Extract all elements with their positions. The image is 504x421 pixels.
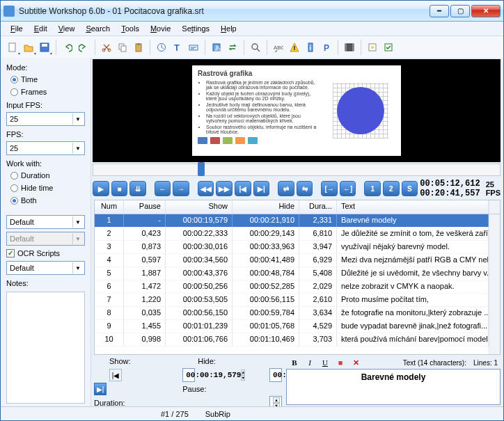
notes-textarea[interactable] <box>6 292 85 404</box>
open-button[interactable] <box>21 40 36 55</box>
swap-button[interactable] <box>225 40 240 55</box>
video-preview[interactable]: Rastrová grafika Rastrová grafika je jed… <box>93 59 501 162</box>
status-format: SubRip <box>203 410 233 418</box>
table-row[interactable]: 30,87300:00:30,01600:00:33,9633,947využí… <box>95 241 489 254</box>
cut-button[interactable] <box>99 40 114 55</box>
underline-button[interactable]: U <box>320 357 331 368</box>
table-row[interactable]: 100,99800:01:06,76600:01:10,4693,703kter… <box>95 333 489 347</box>
table-row[interactable]: 80,03500:00:56,15000:00:59,7843,634že fo… <box>95 307 489 320</box>
rewind-button[interactable]: ◀◀ <box>198 181 214 196</box>
bold-button[interactable]: B <box>289 357 300 368</box>
work-hide-radio[interactable]: Hide time <box>6 183 85 193</box>
save-button[interactable] <box>37 40 52 55</box>
spellcheck-button[interactable]: ABC <box>271 40 286 55</box>
chevron-down-icon: ▼ <box>72 216 83 228</box>
minimize-button[interactable]: ━ <box>430 5 449 17</box>
sync-next-button[interactable]: ⇆ <box>297 181 313 196</box>
undo-button[interactable] <box>60 40 75 55</box>
subtitle-text-input[interactable]: Barevné modely <box>286 369 501 405</box>
show-time-input[interactable]: 00:00:19,579▲▼ <box>182 368 195 382</box>
mark-out-button[interactable]: ←] <box>340 181 356 196</box>
input-fps-combo[interactable]: 25▼ <box>6 112 85 126</box>
jump-1-button[interactable]: 1 <box>364 181 381 196</box>
subtitle-grid: Num Pause Show Hide Dura... Text 1-00:00… <box>94 200 501 355</box>
mode-frames-radio[interactable]: Frames <box>6 87 85 97</box>
duration-label: Duration: <box>94 399 180 406</box>
scroll-toggle-button[interactable]: ⇊ <box>129 181 146 196</box>
mark-in-button[interactable]: [→ <box>321 181 338 196</box>
table-row[interactable]: 40,59700:00:34,56000:00:41,4896,929Mezi … <box>95 254 489 267</box>
ocr-scripts-checkbox[interactable]: OCR Scripts <box>6 248 85 258</box>
work-with-label: Work with: <box>6 159 85 168</box>
skip-back-button[interactable]: ← <box>155 181 171 196</box>
forward-button[interactable]: ▶▶ <box>216 181 233 196</box>
info-button[interactable]: i <box>303 40 318 55</box>
next-subtitle-button[interactable]: ▶| <box>94 383 107 395</box>
italic-button[interactable]: I <box>304 357 315 368</box>
maximize-button[interactable]: ▢ <box>450 5 470 17</box>
prev-subtitle-button[interactable]: |◀ <box>109 369 122 381</box>
text-button[interactable]: T <box>170 40 185 55</box>
mode-time-radio[interactable]: Time <box>6 74 85 84</box>
slide-title: Rastrová grafika <box>198 70 320 77</box>
jump-s-button[interactable]: S <box>402 181 418 196</box>
prev-sub-button[interactable]: |◀ <box>235 181 251 196</box>
skip-fwd-button[interactable]: → <box>173 181 189 196</box>
next-sub-button[interactable]: ▶| <box>253 181 270 196</box>
table-row[interactable]: 1-00:00:19,57900:00:21,9102,331Barevné m… <box>95 214 489 228</box>
table-row[interactable]: 61,47200:00:50,25600:00:52,2852,029nelze… <box>95 280 489 294</box>
menu-search[interactable]: Search <box>80 23 116 34</box>
pause-time-input[interactable]: ▲▼ <box>269 396 282 406</box>
menubar: File Edit View Search Tools Movie Settin… <box>1 22 503 35</box>
grid-body[interactable]: 1-00:00:19,57900:00:21,9102,331Barevné m… <box>95 214 489 354</box>
style-combo-1[interactable]: Default▼ <box>6 215 85 229</box>
video-scrubber[interactable] <box>93 164 501 176</box>
redo-button[interactable] <box>76 40 91 55</box>
sync-prev-button[interactable]: ⇄ <box>278 181 294 196</box>
work-both-radio[interactable]: Both <box>6 196 85 205</box>
movie-button[interactable] <box>342 40 357 55</box>
menu-tools[interactable]: Tools <box>116 23 145 34</box>
search-button[interactable] <box>248 40 263 55</box>
menu-view[interactable]: View <box>53 23 81 34</box>
grid-scrollbar[interactable] <box>489 214 500 354</box>
new-button[interactable] <box>5 40 20 55</box>
jump-2-button[interactable]: 2 <box>383 181 400 196</box>
col-num[interactable]: Num <box>95 200 124 214</box>
menu-help[interactable]: Help <box>215 23 242 34</box>
menu-movie[interactable]: Movie <box>145 23 176 34</box>
translate-button[interactable]: あ <box>209 40 224 55</box>
col-show[interactable]: Show <box>166 200 233 214</box>
pascal-button[interactable]: P <box>319 40 334 55</box>
remove-tags-button[interactable]: ✕ <box>350 357 361 368</box>
copy-button[interactable] <box>115 40 130 55</box>
col-hide[interactable]: Hide <box>233 200 299 214</box>
menu-file[interactable]: File <box>5 23 29 34</box>
settings-button[interactable] <box>365 40 380 55</box>
table-row[interactable]: 71,22000:00:53,50500:00:56,1152,610Proto… <box>95 294 489 307</box>
col-text[interactable]: Text <box>337 200 489 214</box>
hide-time-input[interactable]: 00:00:21,910▲▼ <box>269 368 282 382</box>
menu-settings[interactable]: Settings <box>176 23 215 34</box>
transport-bar: ▶ ■ ⇊ ← → ◀◀ ▶▶ |◀ ▶| ⇄ ⇆ [→ ←] 1 2 <box>93 179 501 198</box>
color-button[interactable]: ■ <box>335 357 346 368</box>
close-button[interactable]: ✕ <box>471 5 501 17</box>
paste-button[interactable] <box>131 40 146 55</box>
stop-button[interactable]: ■ <box>111 181 128 196</box>
play-button[interactable]: ▶ <box>93 181 109 196</box>
fps-combo[interactable]: 25▼ <box>6 141 85 155</box>
output-button[interactable] <box>381 40 396 55</box>
timing-button[interactable] <box>154 40 169 55</box>
work-duration-radio[interactable]: Duration <box>6 170 85 180</box>
table-row[interactable]: 51,88700:00:43,37600:00:48,7845,408Důlež… <box>95 267 489 280</box>
scrubber-thumb[interactable] <box>198 162 205 176</box>
col-pause[interactable]: Pause <box>124 200 166 214</box>
ocr-combo[interactable]: Default▼ <box>6 261 85 275</box>
warning-button[interactable]: ! <box>287 40 302 55</box>
menu-edit[interactable]: Edit <box>29 23 53 34</box>
table-row[interactable]: 91,45500:01:01,23900:01:05,7684,529bude … <box>95 320 489 333</box>
raster-circle-graphic <box>333 83 388 138</box>
col-duration[interactable]: Dura... <box>299 200 337 214</box>
subtitle-button[interactable] <box>186 40 201 55</box>
table-row[interactable]: 20,42300:00:22,33300:00:29,1436,810Je dů… <box>95 228 489 241</box>
